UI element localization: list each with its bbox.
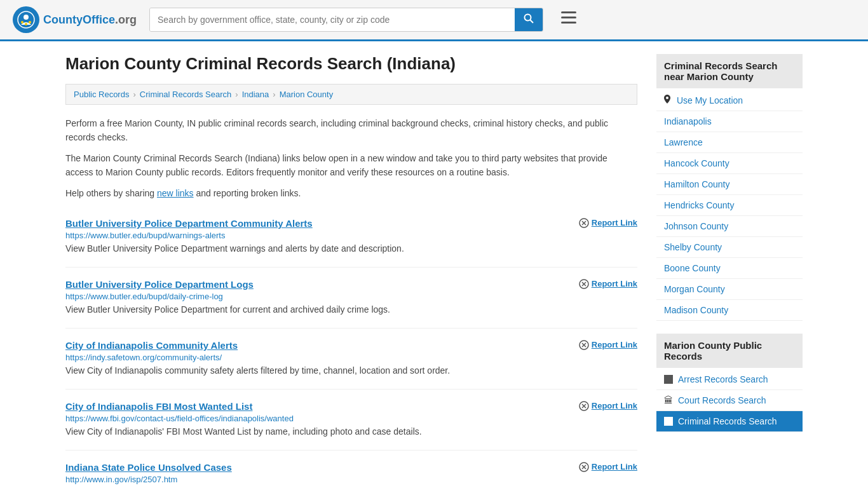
result-item: City of Indianapolis FBI Most Wanted Lis… <box>65 390 637 451</box>
sidebar-item-hendricks[interactable]: Hendricks County <box>656 195 803 216</box>
breadcrumb-criminal-records[interactable]: Criminal Records Search <box>140 90 232 99</box>
report-icon-2 <box>579 340 589 350</box>
result-item: Indiana State Police Unsolved Cases Repo… <box>65 451 637 488</box>
report-link-4[interactable]: Report Link <box>579 462 637 472</box>
hamilton-link[interactable]: Hamilton County <box>664 179 730 189</box>
sidebar-item-lawrence[interactable]: Lawrence <box>656 132 803 153</box>
use-my-location[interactable]: Use My Location <box>656 90 803 111</box>
svg-point-1 <box>24 15 29 20</box>
sidebar-item-morgan[interactable]: Morgan County <box>656 279 803 300</box>
result-url-2: https://indy.safetown.org/community-aler… <box>65 353 637 362</box>
result-desc-0: View Butler University Police Department… <box>65 242 637 255</box>
breadcrumb: Public Records › Criminal Records Search… <box>65 84 637 105</box>
svg-point-25 <box>666 97 668 99</box>
report-icon-1 <box>579 279 589 289</box>
search-input[interactable] <box>150 8 515 31</box>
svg-point-5 <box>525 15 531 21</box>
sidebar-item-boone[interactable]: Boone County <box>656 258 803 279</box>
criminal-icon <box>664 417 673 426</box>
location-pin-icon <box>664 95 670 105</box>
shelby-link[interactable]: Shelby County <box>664 242 722 252</box>
report-link-2[interactable]: Report Link <box>579 340 637 350</box>
svg-point-3 <box>25 23 27 25</box>
breadcrumb-sep-1: › <box>133 90 135 99</box>
result-link-2[interactable]: City of Indianapolis Community Alerts <box>65 340 238 351</box>
result-url-0: https://www.butler.edu/bupd/warnings-ale… <box>65 231 637 240</box>
lawrence-link[interactable]: Lawrence <box>664 137 703 147</box>
hamburger-icon <box>561 11 576 24</box>
court-icon: 🏛 <box>664 395 673 405</box>
new-links-link[interactable]: new links <box>157 188 194 198</box>
description-para1: Perform a free Marion County, IN public … <box>65 116 637 145</box>
use-my-location-link[interactable]: Use My Location <box>677 95 743 105</box>
result-desc-1: View Butler University Police Department… <box>65 303 637 316</box>
public-records-criminal[interactable]: Criminal Records Search <box>656 411 803 432</box>
report-icon-3 <box>579 401 589 411</box>
breadcrumb-marion-county[interactable]: Marion County <box>280 90 334 99</box>
breadcrumb-public-records[interactable]: Public Records <box>74 90 129 99</box>
result-url-3: https://www.fbi.gov/contact-us/field-off… <box>65 414 637 423</box>
result-url-1: https://www.butler.edu/bupd/daily-crime-… <box>65 292 637 301</box>
svg-line-6 <box>531 20 534 24</box>
description-para3: Help others by sharing new links and rep… <box>65 186 637 200</box>
result-link-4[interactable]: Indiana State Police Unsolved Cases <box>65 462 232 473</box>
header: CountyOffice.org <box>0 0 868 41</box>
public-records-court[interactable]: 🏛 Court Records Search <box>656 390 803 411</box>
search-icon <box>524 13 534 24</box>
result-title-row: City of Indianapolis Community Alerts Re… <box>65 340 637 351</box>
public-records-section: Marion County Public Records Arrest Reco… <box>656 334 803 432</box>
nearby-section: Criminal Records Search near Marion Coun… <box>656 54 803 321</box>
search-bar <box>149 8 543 32</box>
criminal-records-link[interactable]: Criminal Records Search <box>678 416 777 426</box>
report-link-0[interactable]: Report Link <box>579 218 637 228</box>
public-records-arrest[interactable]: Arrest Records Search <box>656 369 803 390</box>
svg-point-4 <box>29 21 31 24</box>
result-link-0[interactable]: Butler University Police Department Comm… <box>65 218 313 229</box>
madison-link[interactable]: Madison County <box>664 305 728 315</box>
main-container: Marion County Criminal Records Search (I… <box>53 41 815 488</box>
svg-point-2 <box>21 21 24 24</box>
report-link-1[interactable]: Report Link <box>579 279 637 289</box>
court-records-link[interactable]: Court Records Search <box>678 395 766 405</box>
result-title-row: Butler University Police Department Logs… <box>65 279 637 290</box>
johnson-link[interactable]: Johnson County <box>664 221 728 231</box>
result-link-3[interactable]: City of Indianapolis FBI Most Wanted Lis… <box>65 401 252 412</box>
sidebar: Criminal Records Search near Marion Coun… <box>656 54 803 488</box>
result-desc-3: View City of Indianapolis' FBI Most Want… <box>65 425 637 438</box>
sidebar-item-hamilton[interactable]: Hamilton County <box>656 174 803 195</box>
sidebar-item-johnson[interactable]: Johnson County <box>656 216 803 237</box>
arrest-icon <box>664 375 673 384</box>
logo-icon <box>13 6 39 33</box>
sidebar-item-indianapolis[interactable]: Indianapolis <box>656 111 803 132</box>
menu-button[interactable] <box>556 9 581 30</box>
public-records-heading: Marion County Public Records <box>656 334 803 368</box>
sidebar-item-madison[interactable]: Madison County <box>656 300 803 321</box>
page-title: Marion County Criminal Records Search (I… <box>65 54 637 74</box>
result-link-1[interactable]: Butler University Police Department Logs <box>65 279 254 290</box>
sidebar-item-hancock[interactable]: Hancock County <box>656 153 803 174</box>
result-item: City of Indianapolis Community Alerts Re… <box>65 329 637 390</box>
result-desc-2: View City of Indianapolis community safe… <box>65 364 637 377</box>
result-url-4: http://www.in.gov/isp/2507.htm <box>65 475 637 484</box>
result-item: Butler University Police Department Logs… <box>65 268 637 329</box>
breadcrumb-sep-2: › <box>235 90 238 99</box>
report-link-3[interactable]: Report Link <box>579 401 637 411</box>
logo[interactable]: CountyOffice.org <box>13 6 137 33</box>
boone-link[interactable]: Boone County <box>664 263 721 273</box>
result-title-row: Butler University Police Department Comm… <box>65 218 637 229</box>
search-button[interactable] <box>515 8 543 31</box>
description-para2: The Marion County Criminal Records Searc… <box>65 151 637 180</box>
nearby-heading: Criminal Records Search near Marion Coun… <box>656 54 803 88</box>
svg-rect-9 <box>561 22 576 24</box>
indianapolis-link[interactable]: Indianapolis <box>664 116 712 126</box>
hancock-link[interactable]: Hancock County <box>664 158 729 168</box>
breadcrumb-indiana[interactable]: Indiana <box>242 90 269 99</box>
sidebar-item-shelby[interactable]: Shelby County <box>656 237 803 258</box>
hendricks-link[interactable]: Hendricks County <box>664 200 735 210</box>
svg-rect-8 <box>561 17 576 18</box>
breadcrumb-sep-3: › <box>273 90 275 99</box>
result-title-row: Indiana State Police Unsolved Cases Repo… <box>65 462 637 473</box>
morgan-link[interactable]: Morgan County <box>664 284 725 294</box>
arrest-records-link[interactable]: Arrest Records Search <box>678 374 768 384</box>
result-title-row: City of Indianapolis FBI Most Wanted Lis… <box>65 401 637 412</box>
